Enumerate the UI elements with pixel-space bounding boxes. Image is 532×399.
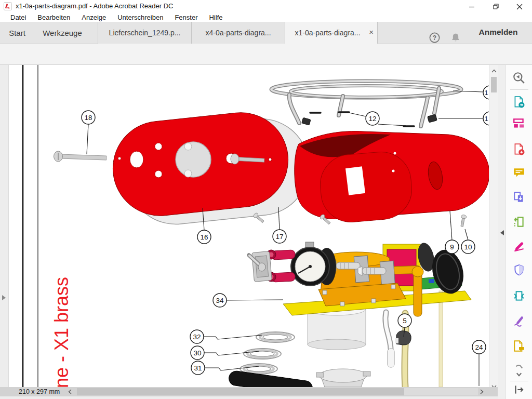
status-bar: 210 x 297 mm: [0, 387, 498, 396]
svg-text:1: 1: [484, 115, 488, 123]
callout-leader-34: [227, 300, 283, 300]
expand-tools-panel-icon[interactable]: [500, 230, 504, 235]
tab-bar: Start Werkzeuge Lieferschein_1249.p... x…: [0, 22, 532, 44]
pdf-page-canvas[interactable]: ne - X1 brass: [9, 65, 489, 387]
scroll-right-icon[interactable]: [480, 389, 484, 394]
svg-text:30: 30: [193, 349, 201, 357]
callout-17: 17: [273, 230, 286, 243]
page-size-label: 210 x 297 mm: [19, 388, 60, 395]
tab-start[interactable]: Start: [4, 22, 30, 44]
callout-30: 30: [191, 346, 204, 360]
svg-text:34: 34: [216, 297, 224, 304]
menu-bar: Datei Bearbeiten Anzeige Unterschreiben …: [0, 13, 532, 22]
combine-files-icon: [512, 117, 526, 130]
certificates-button[interactable]: [512, 314, 526, 327]
callout-leader-12: [349, 113, 366, 116]
expand-nav-pane-icon[interactable]: [2, 295, 6, 300]
menu-hilfe[interactable]: Hilfe: [203, 14, 228, 21]
callout-1: 1: [483, 112, 489, 125]
comment-button[interactable]: [512, 166, 526, 180]
callout-32: 32: [190, 330, 204, 343]
svg-text:?: ?: [433, 34, 436, 42]
horizontal-scroll-thumb[interactable]: [77, 388, 404, 395]
svg-text:17: 17: [275, 233, 283, 241]
protect-button[interactable]: [512, 263, 526, 277]
shield-icon: [512, 263, 526, 277]
callout-12: 12: [366, 112, 379, 125]
svg-text:24: 24: [475, 343, 483, 351]
tab-werkzeuge[interactable]: Werkzeuge: [37, 22, 87, 44]
drawing-frame: [23, 65, 38, 387]
callout-24: 24: [472, 340, 486, 354]
parts-diagram: ne - X1 brass: [9, 65, 489, 387]
front-panel: [108, 108, 313, 229]
svg-text:10: 10: [464, 243, 472, 251]
document-comment-icon: [512, 340, 526, 353]
callout-16: 16: [197, 230, 211, 244]
window-bottom-edge: [0, 396, 498, 399]
menu-fenster[interactable]: Fenster: [169, 14, 203, 21]
sign-in-button[interactable]: Anmelden: [476, 28, 521, 38]
comment-icon: [512, 166, 526, 180]
create-pdf-button[interactable]: [512, 143, 526, 156]
doc-tab-x4[interactable]: x4-0a-parts-diagra...: [191, 22, 285, 44]
vertical-scroll-thumb[interactable]: [491, 77, 497, 92]
doc-tab-x1-active[interactable]: x1-0a-parts-diagra... ×: [285, 22, 378, 44]
svg-text:1: 1: [484, 89, 488, 97]
svg-text:32: 32: [193, 333, 201, 341]
send-for-comments-button[interactable]: [512, 340, 526, 353]
restore-icon: [493, 3, 499, 10]
compress-pdf-button[interactable]: [512, 289, 526, 303]
tools-sidebar: [506, 65, 532, 399]
boiler-assembly: [249, 241, 471, 387]
menu-bearbeiten[interactable]: Bearbeiten: [32, 14, 76, 21]
organize-pages-button[interactable]: [512, 191, 526, 204]
more-tools-sidebar-button[interactable]: [512, 362, 526, 380]
callout-18: 18: [82, 111, 95, 124]
compress-pdf-icon: [512, 289, 526, 303]
search-tools-button[interactable]: [512, 71, 526, 85]
callout-leader-18: [87, 124, 88, 154]
callout-10: 10: [461, 240, 475, 254]
callout-31: 31: [191, 361, 205, 375]
scroll-left-icon[interactable]: [68, 389, 72, 394]
open-tools-panel-button[interactable]: [512, 383, 526, 396]
callout-9: 9: [445, 240, 459, 254]
help-icon: ?: [429, 32, 441, 44]
create-pdf-icon: [512, 143, 526, 156]
menu-datei[interactable]: Datei: [5, 14, 32, 21]
enhance-scans-button[interactable]: [512, 215, 526, 229]
fill-sign-button[interactable]: [512, 239, 526, 252]
callout-1: 1: [483, 86, 489, 99]
search-tools-icon: [512, 71, 526, 85]
close-button[interactable]: [508, 0, 531, 13]
menu-anzeige[interactable]: Anzeige: [76, 14, 112, 21]
svg-text:18: 18: [84, 114, 92, 122]
create-from-template-button[interactable]: [512, 117, 526, 130]
vertical-scrollbar[interactable]: [489, 65, 498, 396]
tab-close-icon[interactable]: ×: [369, 28, 374, 36]
open-panel-icon: [512, 383, 526, 396]
svg-text:5: 5: [403, 317, 407, 325]
doc-tab-label: x1-0a-parts-diagra...: [295, 29, 360, 37]
svg-text:9: 9: [450, 243, 454, 251]
callout-34: 34: [213, 294, 227, 307]
sidebar-separator: [510, 381, 528, 381]
doc-tab-lieferschein[interactable]: Lieferschein_1249.p...: [98, 22, 191, 44]
callout-leader-32: [204, 335, 262, 339]
screw-18: [54, 151, 107, 162]
export-pdf-button[interactable]: [512, 96, 526, 109]
menu-unterschreiben[interactable]: Unterschreiben: [112, 14, 169, 21]
scroll-up-icon[interactable]: [491, 69, 497, 73]
minimize-button[interactable]: [460, 0, 484, 13]
acrobat-reader-window: x1-0a-parts-diagram.pdf - Adobe Acrobat …: [0, 0, 532, 399]
callout-leader-12: [378, 124, 406, 126]
minimize-icon: [469, 4, 475, 10]
horizontal-scrollbar[interactable]: [77, 388, 478, 395]
acrobat-pdf-icon: [4, 2, 12, 10]
body-shell: [295, 131, 489, 225]
svg-text:31: 31: [194, 364, 202, 372]
restore-button[interactable]: [484, 0, 508, 13]
svg-text:16: 16: [200, 233, 208, 241]
callout-5: 5: [398, 314, 411, 327]
